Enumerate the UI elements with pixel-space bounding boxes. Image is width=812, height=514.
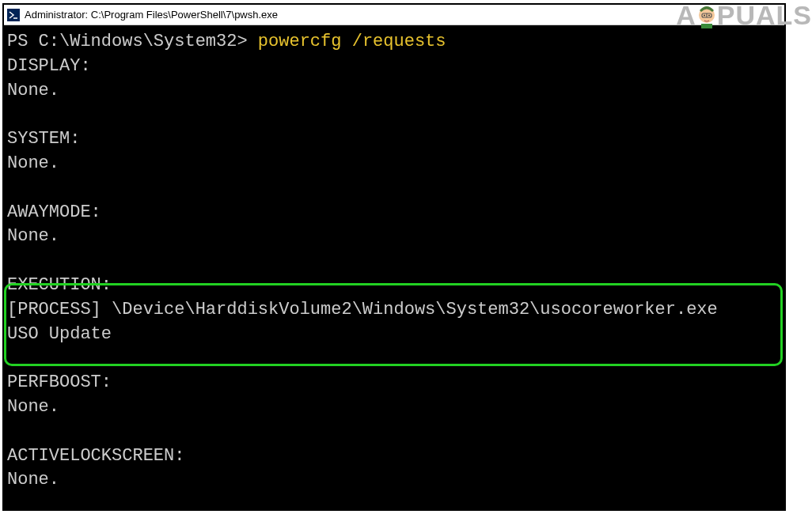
- blank: [7, 420, 781, 444]
- activelockscreen-value: None.: [7, 468, 781, 493]
- watermark-suffix: PUALS: [717, 0, 812, 31]
- execution-process: [PROCESS] \Device\HarddiskVolume2\Window…: [7, 298, 781, 323]
- blank: [7, 176, 781, 201]
- prompt-line: PS C:\Windows\System32> powercfg /reques…: [7, 30, 781, 55]
- window-title: Administrator: C:\Program Files\PowerShe…: [25, 9, 278, 21]
- perfboost-value: None.: [7, 395, 781, 420]
- mascot-icon: [695, 2, 719, 29]
- watermark-logo: A PUALS: [676, 0, 812, 31]
- execution-header: EXECUTION:: [7, 274, 781, 298]
- svg-rect-7: [701, 24, 712, 28]
- command-text: powercfg /requests: [258, 32, 446, 51]
- terminal-body[interactable]: PS C:\Windows\System32> powercfg /reques…: [4, 25, 784, 509]
- awaymode-header: AWAYMODE:: [7, 201, 781, 225]
- svg-point-5: [704, 14, 705, 16]
- system-value: None.: [7, 152, 781, 176]
- powershell-icon: [7, 9, 20, 21]
- awaymode-value: None.: [7, 225, 781, 249]
- blank: [7, 103, 781, 127]
- window-titlebar[interactable]: Administrator: C:\Program Files\PowerShe…: [4, 5, 784, 25]
- prompt-path: PS C:\Windows\System32>: [7, 32, 258, 51]
- blank: [7, 346, 781, 371]
- activelockscreen-header: ACTIVELOCKSCREEN:: [7, 444, 781, 469]
- perfboost-header: PERFBOOST:: [7, 371, 781, 395]
- system-header: SYSTEM:: [7, 127, 781, 152]
- execution-reason: USO Update: [7, 323, 781, 347]
- display-value: None.: [7, 79, 781, 104]
- svg-point-6: [708, 14, 710, 16]
- watermark-prefix: A: [676, 0, 696, 31]
- blank: [7, 249, 781, 274]
- terminal-window: Administrator: C:\Program Files\PowerShe…: [2, 3, 786, 511]
- display-header: DISPLAY:: [7, 55, 781, 79]
